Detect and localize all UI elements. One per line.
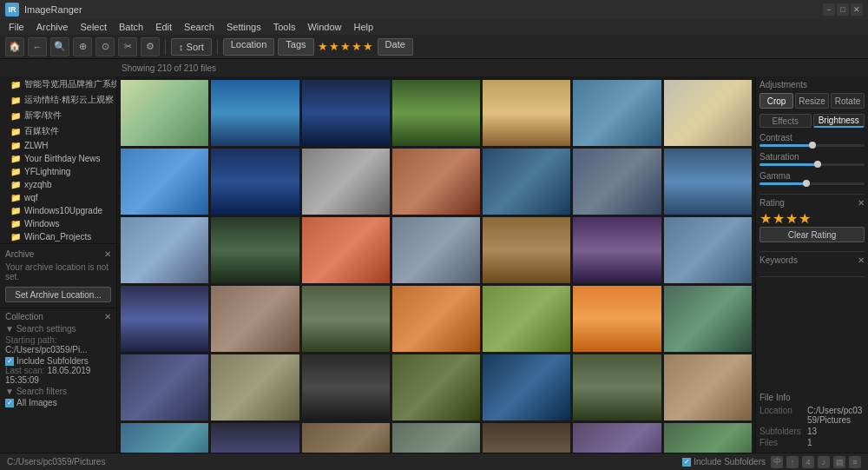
- menu-window[interactable]: Window: [302, 21, 346, 33]
- menu-tools[interactable]: Tools: [268, 21, 301, 33]
- folder-item[interactable]: 📁 新零/软件: [0, 108, 116, 123]
- folder-item[interactable]: 📁 ZLWH: [0, 139, 116, 152]
- tray-icon-6[interactable]: ≡: [849, 456, 861, 468]
- photo-cell[interactable]: [392, 80, 480, 146]
- photo-cell[interactable]: [483, 286, 570, 352]
- all-images-checkbox[interactable]: ✓: [5, 399, 14, 407]
- date-filter-button[interactable]: Date: [378, 38, 413, 56]
- folder-item[interactable]: 📁 Windows10Upgrade: [0, 204, 116, 217]
- photo-cell[interactable]: [664, 149, 752, 215]
- photo-cell[interactable]: [121, 286, 208, 352]
- photo-cell[interactable]: [573, 217, 661, 283]
- folder-item[interactable]: 📁 xyzqhb: [0, 178, 116, 191]
- photo-cell[interactable]: [302, 80, 390, 146]
- photo-cell[interactable]: [121, 80, 208, 146]
- folder-item[interactable]: 📁 wqf: [0, 191, 116, 204]
- rating-stars[interactable]: ★★★★: [760, 210, 865, 227]
- all-images-row[interactable]: ✓ All Images: [5, 398, 111, 407]
- clear-rating-button[interactable]: Clear Rating: [760, 227, 865, 242]
- folder-item[interactable]: 📁 百媒软件: [0, 123, 116, 139]
- photo-cell[interactable]: [302, 286, 390, 352]
- toolbar-btn-5[interactable]: ⊙: [95, 37, 115, 56]
- gamma-slider-track[interactable]: [760, 182, 865, 185]
- tray-icon-1[interactable]: 中: [771, 456, 783, 468]
- photo-cell[interactable]: [483, 423, 570, 453]
- minimize-button[interactable]: −: [823, 3, 835, 16]
- crop-tab[interactable]: Crop: [760, 93, 793, 109]
- photo-cell[interactable]: [483, 354, 570, 420]
- photo-cell[interactable]: [211, 286, 299, 352]
- photo-cell[interactable]: [392, 354, 480, 420]
- menu-select[interactable]: Select: [75, 21, 112, 33]
- photo-cell[interactable]: [302, 149, 390, 215]
- photo-cell[interactable]: [121, 354, 208, 420]
- brightness-tab[interactable]: Brightness: [813, 114, 865, 128]
- menu-settings[interactable]: Settings: [221, 21, 266, 33]
- toolbar-btn-6[interactable]: ✂: [118, 37, 137, 56]
- photo-cell[interactable]: [302, 423, 390, 453]
- keywords-close-icon[interactable]: ✕: [858, 255, 865, 265]
- toolbar-btn-4[interactable]: ⊕: [73, 37, 92, 56]
- include-subfolders-status-checkbox[interactable]: ✓: [682, 458, 691, 467]
- photo-cell[interactable]: [392, 217, 480, 283]
- photo-cell[interactable]: [664, 354, 752, 420]
- photo-cell[interactable]: [392, 423, 480, 453]
- gamma-slider-handle[interactable]: [803, 180, 810, 187]
- folder-item[interactable]: 📁 Your Birthday News: [0, 152, 116, 165]
- rotate-tab[interactable]: Rotate: [831, 93, 865, 109]
- photo-cell[interactable]: [121, 217, 208, 283]
- menu-edit[interactable]: Edit: [150, 21, 177, 33]
- photo-grid-area[interactable]: [117, 76, 755, 453]
- photo-cell[interactable]: [573, 423, 661, 453]
- photo-cell[interactable]: [664, 80, 752, 146]
- photo-cell[interactable]: [483, 217, 570, 283]
- tray-icon-5[interactable]: ▤: [833, 456, 845, 468]
- tags-filter-button[interactable]: Tags: [278, 38, 313, 56]
- set-archive-location-button[interactable]: Set Archive Location...: [5, 287, 111, 302]
- menu-search[interactable]: Search: [179, 21, 220, 33]
- photo-cell[interactable]: [573, 80, 661, 146]
- photo-cell[interactable]: [392, 149, 480, 215]
- menu-file[interactable]: File: [3, 21, 30, 33]
- rating-close-icon[interactable]: ✕: [858, 198, 865, 208]
- tray-icon-2[interactable]: ↑: [786, 456, 799, 468]
- folder-item[interactable]: 📁 Windows: [0, 217, 116, 230]
- photo-cell[interactable]: [664, 423, 752, 453]
- close-button[interactable]: ✕: [851, 3, 863, 16]
- saturation-slider-handle[interactable]: [814, 161, 821, 168]
- photo-cell[interactable]: [211, 149, 299, 215]
- photo-cell[interactable]: [483, 80, 570, 146]
- photo-cell[interactable]: [573, 286, 661, 352]
- photo-cell[interactable]: [211, 354, 299, 420]
- toolbar-btn-7[interactable]: ⚙: [141, 37, 160, 56]
- photo-cell[interactable]: [392, 286, 480, 352]
- folder-item[interactable]: 📁 WinCan_Projects: [0, 230, 116, 243]
- sort-button[interactable]: ↕ Sort: [171, 38, 212, 56]
- include-subfolders-row[interactable]: ✓ Include Subfolders: [5, 356, 111, 366]
- archive-close-icon[interactable]: ✕: [104, 249, 111, 259]
- include-subfolders-status[interactable]: ✓ Include Subfolders: [682, 457, 766, 467]
- star-rating-filter[interactable]: ★★★★★: [318, 40, 374, 53]
- photo-cell[interactable]: [211, 217, 299, 283]
- photo-cell[interactable]: [121, 149, 208, 215]
- photo-cell[interactable]: [121, 423, 208, 453]
- folder-item[interactable]: 📁 智能导览用品牌推广系统: [0, 76, 116, 92]
- photo-cell[interactable]: [302, 354, 390, 420]
- resize-tab[interactable]: Resize: [795, 93, 829, 109]
- effects-tab[interactable]: Effects: [760, 114, 812, 128]
- menu-archive[interactable]: Archive: [31, 21, 74, 33]
- toolbar-btn-1[interactable]: 🏠: [5, 37, 24, 56]
- menu-batch[interactable]: Batch: [114, 21, 148, 33]
- saturation-slider-track[interactable]: [760, 163, 865, 166]
- photo-cell[interactable]: [483, 149, 570, 215]
- tray-icon-4[interactable]: ♪: [818, 456, 830, 468]
- tray-icon-3[interactable]: 4: [802, 456, 814, 468]
- photo-cell[interactable]: [664, 217, 752, 283]
- collection-header[interactable]: Collection ✕: [5, 312, 111, 321]
- folder-item[interactable]: 📁 运动情结·精彩云上观察: [0, 92, 116, 108]
- contrast-slider-handle[interactable]: [809, 142, 816, 149]
- collection-close-icon[interactable]: ✕: [104, 312, 111, 321]
- photo-cell[interactable]: [211, 423, 299, 453]
- photo-cell[interactable]: [211, 80, 299, 146]
- photo-cell[interactable]: [573, 354, 661, 420]
